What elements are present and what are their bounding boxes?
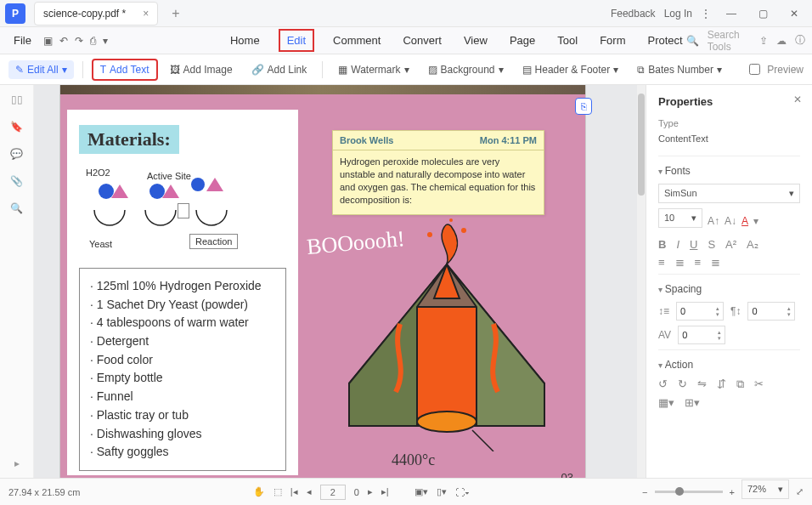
underline-icon[interactable]: U [690,238,697,251]
chevron-down-icon: ▾ [62,64,67,76]
align-right-icon[interactable]: ≡ [695,256,702,269]
flip-vertical-icon[interactable]: ⇵ [717,377,726,391]
decrease-font-icon[interactable]: A↓ [725,215,736,227]
search-panel-icon[interactable]: 🔍 [10,202,23,214]
spacing-section-toggle[interactable]: Spacing [658,283,800,295]
undo-icon[interactable]: ↶ [59,35,68,47]
edit-all-button[interactable]: ✎ Edit All ▾ [8,60,74,79]
close-panel-icon[interactable]: ✕ [793,94,802,105]
document-canvas[interactable]: ⎘ Materials: H2O2 Active Site Yeast Reac… [34,85,646,478]
header-footer-button[interactable]: ▤ Header & Footer ▾ [516,60,626,79]
tab-edit[interactable]: Edit [279,29,314,52]
save-icon[interactable]: ▣ [43,35,53,47]
print-icon[interactable]: ⎙ [90,35,96,47]
prev-page-icon[interactable]: ◂ [307,486,312,497]
font-size-dropdown[interactable]: 10▾ [658,208,702,228]
fullscreen-icon[interactable]: ⤢ [796,486,804,497]
last-page-icon[interactable]: ▸| [381,486,389,497]
first-page-icon[interactable]: |◂ [290,486,298,497]
select-tool-icon[interactable]: ⬚ [273,486,282,497]
svg-point-11 [461,228,466,233]
align-left-icon[interactable]: ≡ [658,256,665,269]
bold-icon[interactable]: B [658,238,666,251]
feedback-link[interactable]: Feedback [611,8,656,20]
single-page-icon[interactable]: ▯▾ [437,486,447,497]
tab-protect[interactable]: Protect [644,29,685,52]
scroll-thumb[interactable] [638,94,645,196]
zoom-value: 72% [747,484,766,495]
read-mode-icon[interactable]: ⛶▾ [455,487,470,497]
zoom-slider[interactable] [655,491,723,493]
add-tab-button[interactable]: + [166,6,184,21]
next-page-icon[interactable]: ▸ [368,486,373,497]
action-section-toggle[interactable]: Action [658,359,800,371]
cloud-icon[interactable]: ☁ [776,35,787,47]
rotate-left-icon[interactable]: ↺ [658,377,668,391]
align-justify-icon[interactable]: ≣ [711,256,720,269]
italic-icon[interactable]: I [676,238,679,251]
redo-icon[interactable]: ↷ [75,35,83,47]
help-icon[interactable]: ⓘ [795,33,805,48]
close-tab-icon[interactable]: × [143,8,149,20]
strikethrough-icon[interactable]: S [708,238,715,251]
align-objects-icon[interactable]: ⊞▾ [685,396,700,409]
list-item: · Detergent [90,332,275,351]
add-text-button[interactable]: T Add Text [92,59,158,81]
close-window-button[interactable]: ✕ [783,4,805,23]
page-number-input[interactable]: 2 [320,485,346,500]
vertical-scrollbar[interactable] [637,85,646,478]
superscript-icon[interactable]: A² [725,238,736,251]
line-spacing-input[interactable]: 0▴▾ [676,302,724,321]
preview-checkbox[interactable] [749,64,760,75]
increase-font-icon[interactable]: A↑ [708,215,719,227]
page-badge-icon[interactable]: ⎘ [575,98,592,115]
arrange-icon[interactable]: ▦▾ [658,396,674,409]
bookmark-icon[interactable]: 🔖 [10,121,23,133]
search-tools-input[interactable]: Search Tools [708,29,751,53]
add-image-button[interactable]: 🖼 Add Image [163,60,240,79]
kebab-menu-icon[interactable]: ⋮ [701,8,711,20]
add-link-button[interactable]: 🔗 Add Link [245,60,314,79]
fit-page-icon[interactable]: ▣▾ [414,486,428,497]
expand-rail-icon[interactable]: ▸ [14,457,20,469]
file-menu[interactable]: File [7,34,38,47]
background-button[interactable]: ▨ Background ▾ [421,60,510,79]
document-tab[interactable]: science-copy.pdf * × [34,2,158,26]
tab-view[interactable]: View [460,29,491,52]
share-icon[interactable]: ⇪ [759,35,768,47]
crop-icon[interactable]: ✂ [754,377,764,391]
tab-convert[interactable]: Convert [399,29,445,52]
paragraph-spacing-icon: ¶↕ [730,305,741,317]
hand-tool-icon[interactable]: ✋ [253,486,265,497]
rotate-right-icon[interactable]: ↻ [678,377,687,391]
tab-home[interactable]: Home [227,29,263,52]
tab-page[interactable]: Page [506,29,539,52]
watermark-button[interactable]: ▦ Watermark ▾ [331,60,415,79]
font-family-dropdown[interactable]: SimSun▾ [658,184,800,203]
font-color-icon[interactable]: A [742,215,748,227]
thumbnails-icon[interactable]: ▯▯ [11,94,23,105]
fonts-section-toggle[interactable]: Fonts [658,165,800,177]
paragraph-spacing-input[interactable]: 0▴▾ [747,302,795,321]
tab-comment[interactable]: Comment [330,29,384,52]
comment-panel-icon[interactable]: 💬 [10,148,23,160]
zoom-in-icon[interactable]: + [730,487,735,497]
flip-horizontal-icon[interactable]: ⇋ [697,377,707,391]
align-center-icon[interactable]: ≣ [675,256,685,269]
svg-point-2 [149,184,165,199]
bates-number-button[interactable]: ⧉ Bates Number ▾ [630,60,729,79]
search-icon[interactable]: 🔍 [686,35,699,47]
zoom-out-icon[interactable]: − [642,487,647,497]
char-spacing-input[interactable]: 0▴▾ [678,326,725,344]
tab-form[interactable]: Form [596,29,629,52]
attachments-icon[interactable]: 📎 [10,175,23,187]
extract-icon[interactable]: ⧉ [736,377,744,391]
minimize-button[interactable]: — [719,4,743,23]
zoom-dropdown[interactable]: 72%▾ [742,479,789,499]
sticky-note[interactable]: Brook Wells Mon 4:11 PM Hydrogen peroxid… [332,130,544,215]
tab-tool[interactable]: Tool [554,29,581,52]
qat-dropdown-icon[interactable]: ▾ [103,35,108,47]
maximize-button[interactable]: ▢ [752,4,775,23]
subscript-icon[interactable]: A₂ [747,238,758,251]
login-link[interactable]: Log In [664,8,692,20]
